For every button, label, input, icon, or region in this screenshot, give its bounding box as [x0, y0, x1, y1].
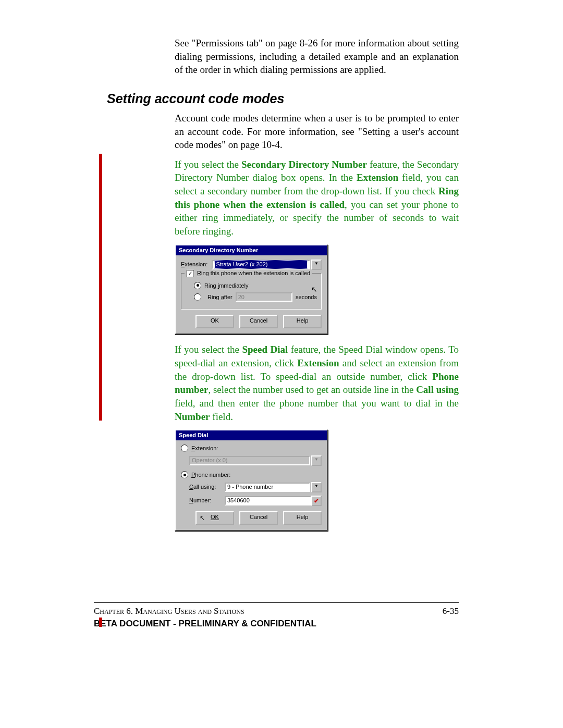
secondary-directory-dialog: Secondary Directory Number Extension: St… — [175, 244, 328, 335]
body-text: See "Permissions tab" on page 8-26 for m… — [175, 36, 459, 77]
extension-label: Extension: — [191, 445, 218, 452]
t: field, and then enter the phone number t… — [175, 398, 459, 409]
speed-dial-dialog: Speed Dial Extension: Operator (x 0) ▼ P… — [175, 429, 328, 531]
t: Extension — [297, 357, 339, 368]
ring-checkbox-row[interactable]: Ring this phone when the extension is ca… — [185, 269, 312, 277]
change-bar-footer — [99, 618, 102, 627]
phone-radio[interactable] — [181, 471, 188, 478]
extension-label: Extension: — [181, 261, 207, 268]
number-label: Number: — [189, 497, 221, 504]
help-button[interactable]: Help — [283, 511, 322, 525]
ring-immediately-row[interactable]: Ring immediately — [194, 282, 317, 290]
t: Extension — [357, 172, 398, 183]
confidential-notice: BETA DOCUMENT - PRELIMINARY & CONFIDENTI… — [94, 619, 459, 629]
help-button[interactable]: Help — [283, 315, 322, 328]
t: field. — [210, 411, 233, 422]
chevron-down-icon[interactable]: ▼ — [311, 260, 322, 270]
call-using-value: 9 - Phone number — [227, 483, 273, 491]
t: Call using — [416, 384, 459, 395]
button-row: ↖ OK Cancel Help — [181, 511, 322, 525]
t: Number — [175, 411, 210, 422]
dialog-title: Speed Dial — [176, 430, 327, 440]
t: If you select the — [175, 159, 241, 170]
ok-button[interactable]: OK — [195, 315, 234, 328]
phone-label: Phone number: — [191, 471, 230, 479]
chevron-down-icon: ▼ — [311, 455, 322, 466]
call-using-combo[interactable]: 9 - Phone number — [225, 483, 310, 492]
ring-immediately-label: Ring immediately — [204, 282, 248, 290]
ok-button[interactable]: ↖ OK — [195, 511, 234, 525]
call-using-label: Call using: — [189, 483, 221, 491]
t: Speed Dial — [242, 344, 288, 355]
number-value: 3540600 — [227, 497, 250, 504]
number-input[interactable]: 3540600 — [225, 496, 311, 505]
intro-paragraph: See "Permissions tab" on page 8-26 for m… — [175, 36, 459, 77]
extension-combo-disabled: Operator (x 0) — [189, 456, 310, 465]
ring-immediately-radio[interactable] — [194, 282, 201, 289]
page: See "Permissions tab" on page 8-26 for m… — [0, 0, 563, 728]
section-body: Account code modes determine when a user… — [175, 112, 459, 531]
extension-value: Strata User2 (x 202) — [214, 260, 308, 269]
validate-icon[interactable]: ✔ — [311, 496, 322, 506]
t: , select the number used to get an outsi… — [208, 384, 416, 395]
extension-disabled-value: Operator (x 0) — [192, 456, 227, 464]
change-bar — [99, 154, 102, 421]
ring-after-label: Ring after — [207, 293, 232, 301]
page-footer: Chapter 6. Managing Users and Stations 6… — [94, 602, 459, 629]
ring-checkbox[interactable] — [187, 270, 194, 277]
extension-radio-row[interactable]: Extension: — [181, 445, 322, 452]
extension-combo[interactable]: Strata User2 (x 202) — [212, 260, 310, 269]
cursor-icon: ↖ — [200, 513, 205, 523]
ring-groupbox: Ring this phone when the extension is ca… — [181, 273, 322, 310]
cancel-button[interactable]: Cancel — [239, 315, 278, 328]
ring-after-row[interactable]: Ring after 20 seconds — [194, 292, 317, 302]
t: If you select the — [175, 344, 242, 355]
t: Secondary Directory Number — [241, 159, 367, 170]
phone-radio-row[interactable]: Phone number: — [181, 471, 322, 479]
cancel-button[interactable]: Cancel — [239, 511, 278, 525]
dialog-title: Secondary Directory Number — [176, 245, 327, 255]
ring-after-radio[interactable] — [194, 293, 201, 301]
ok-label: OK — [211, 514, 219, 520]
chapter-label: Chapter 6. Managing Users and Stations — [94, 606, 244, 616]
extension-radio[interactable] — [181, 445, 188, 452]
section-heading: Setting account code modes — [107, 91, 459, 106]
section-para-1: Account code modes determine when a user… — [175, 112, 459, 152]
page-number: 6-35 — [443, 606, 459, 616]
dialog-body: Extension: Strata User2 (x 202) ▼ Ring t… — [176, 255, 327, 334]
dialog-body: Extension: Operator (x 0) ▼ Phone number… — [176, 440, 327, 530]
button-row: OK Cancel Help — [181, 315, 322, 328]
chevron-down-icon[interactable]: ▼ — [311, 482, 322, 492]
ring-after-input[interactable]: 20 — [236, 292, 292, 302]
cursor-icon: ↖ — [311, 285, 317, 294]
note-paragraph-1: If you select the Secondary Directory Nu… — [175, 158, 459, 238]
note-paragraph-2: If you select the Speed Dial feature, th… — [175, 343, 459, 423]
seconds-label: seconds — [296, 293, 317, 301]
